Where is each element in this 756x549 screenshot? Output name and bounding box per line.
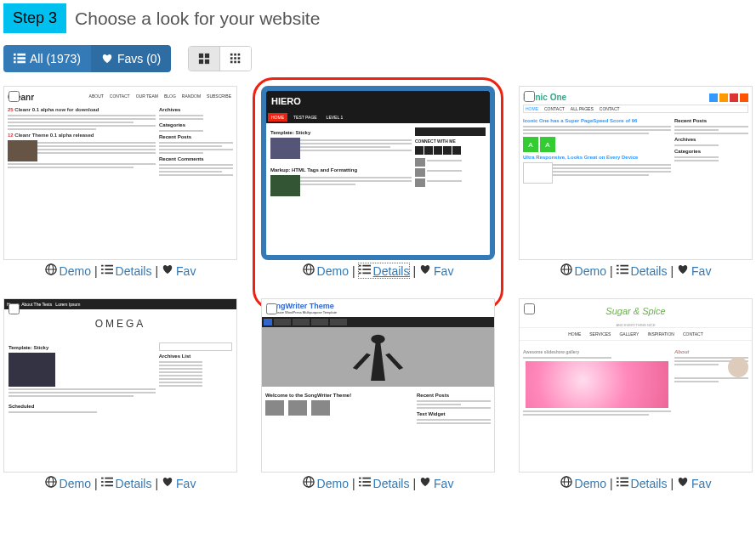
grid-small-icon bbox=[230, 53, 242, 65]
demo-link[interactable]: Demo bbox=[303, 263, 349, 278]
svg-rect-45 bbox=[620, 273, 628, 274]
filter-favs-label: Favs (0) bbox=[117, 52, 161, 65]
theme-thumbnail-hiero[interactable]: HIERO HOMETEST PAGELEVEL 1 Template: Sti… bbox=[261, 86, 495, 260]
demo-link[interactable]: Demo bbox=[45, 263, 91, 278]
theme-thumbnail-omega[interactable]: Home About The Tests Lorem Ipsum OMEGA T… bbox=[3, 298, 237, 473]
svg-rect-65 bbox=[362, 485, 371, 487]
svg-rect-11 bbox=[235, 54, 237, 56]
page-title: Choose a look for your website bbox=[75, 8, 320, 29]
svg-rect-18 bbox=[238, 61, 241, 64]
theme-thumbnail-iconic-one[interactable]: Iconic One HOMECONTACTALL PAGESCONTACT I… bbox=[519, 86, 753, 260]
svg-rect-74 bbox=[620, 485, 628, 487]
theme-thumbnail-songwriter[interactable]: SongWriter Theme Responsive WordPress Mu… bbox=[261, 298, 495, 473]
svg-rect-40 bbox=[617, 265, 619, 267]
demo-link[interactable]: Demo bbox=[45, 476, 91, 490]
svg-rect-24 bbox=[101, 269, 104, 270]
fav-link[interactable]: Fav bbox=[162, 263, 196, 278]
globe-icon bbox=[560, 476, 572, 490]
view-large-button[interactable] bbox=[189, 47, 220, 71]
svg-rect-72 bbox=[620, 481, 628, 483]
svg-rect-13 bbox=[230, 57, 233, 59]
filter-group: All (1973) Favs (0) bbox=[3, 45, 171, 72]
mock-theme-name: HIERO bbox=[266, 91, 490, 111]
svg-rect-44 bbox=[617, 273, 619, 274]
theme-card: Home About The Tests Lorem Ipsum OMEGA T… bbox=[3, 298, 237, 490]
svg-rect-70 bbox=[620, 478, 628, 479]
select-theme-checkbox[interactable] bbox=[9, 303, 20, 314]
svg-rect-36 bbox=[362, 273, 371, 274]
svg-rect-49 bbox=[101, 478, 104, 479]
theme-actions: Demo | Details | Fav bbox=[261, 263, 495, 278]
svg-rect-25 bbox=[105, 269, 113, 270]
svg-rect-4 bbox=[14, 61, 16, 64]
select-theme-checkbox[interactable] bbox=[9, 91, 20, 102]
svg-rect-61 bbox=[362, 478, 371, 479]
svg-rect-2 bbox=[14, 57, 16, 59]
fav-link[interactable]: Fav bbox=[419, 263, 453, 278]
details-link[interactable]: Details bbox=[101, 476, 152, 490]
svg-rect-51 bbox=[101, 481, 104, 483]
svg-rect-42 bbox=[617, 269, 619, 270]
filter-all-button[interactable]: All (1973) bbox=[3, 45, 91, 72]
fav-link[interactable]: Fav bbox=[162, 476, 196, 490]
filter-favs-button[interactable]: Favs (0) bbox=[91, 45, 171, 72]
details-link[interactable]: Details bbox=[101, 263, 152, 278]
theme-actions: Demo | Details | Fav bbox=[3, 476, 237, 490]
details-link[interactable]: Details bbox=[617, 476, 668, 490]
list-icon bbox=[359, 263, 371, 278]
svg-rect-34 bbox=[362, 269, 371, 270]
step-badge: Step 3 bbox=[3, 3, 66, 33]
heart-icon bbox=[101, 53, 113, 65]
demo-link[interactable]: Demo bbox=[303, 476, 349, 490]
svg-rect-23 bbox=[105, 265, 113, 267]
theme-actions: Demo | Details | Fav bbox=[261, 476, 495, 490]
svg-rect-14 bbox=[235, 57, 237, 59]
svg-rect-62 bbox=[359, 481, 361, 483]
demo-link[interactable]: Demo bbox=[560, 263, 606, 278]
svg-rect-1 bbox=[17, 54, 26, 56]
select-theme-checkbox[interactable] bbox=[266, 303, 277, 314]
globe-icon bbox=[560, 263, 572, 278]
svg-rect-8 bbox=[199, 59, 203, 64]
grid-large-icon bbox=[198, 53, 210, 65]
fav-link[interactable]: Fav bbox=[419, 476, 453, 490]
demo-link[interactable]: Demo bbox=[560, 476, 606, 490]
list-icon bbox=[101, 476, 113, 490]
heart-icon bbox=[677, 476, 689, 490]
svg-rect-50 bbox=[105, 478, 113, 479]
svg-rect-31 bbox=[359, 265, 361, 267]
view-small-button[interactable] bbox=[220, 47, 251, 71]
svg-rect-69 bbox=[617, 478, 619, 479]
fav-link[interactable]: Fav bbox=[677, 476, 711, 490]
theme-card: Cleanr ABOUTCONTACTOUR TEAMBLOGRANDOMSUB… bbox=[3, 86, 237, 278]
svg-rect-73 bbox=[617, 485, 619, 487]
list-icon bbox=[101, 263, 113, 278]
svg-rect-6 bbox=[199, 54, 203, 58]
svg-rect-35 bbox=[359, 273, 361, 274]
globe-icon bbox=[303, 476, 315, 490]
svg-rect-64 bbox=[359, 485, 361, 487]
svg-rect-32 bbox=[362, 265, 371, 267]
globe-icon bbox=[303, 263, 315, 278]
theme-card: Sugar & Spice AND EVERYTHING NICE HOMESE… bbox=[519, 298, 753, 490]
svg-rect-52 bbox=[105, 481, 113, 483]
details-link[interactable]: Details bbox=[617, 263, 668, 278]
svg-rect-17 bbox=[235, 61, 237, 64]
theme-card: SongWriter Theme Responsive WordPress Mu… bbox=[261, 298, 495, 490]
details-link[interactable]: Details bbox=[359, 263, 410, 278]
fav-link[interactable]: Fav bbox=[677, 263, 711, 278]
list-icon bbox=[14, 53, 26, 65]
theme-actions: Demo | Details | Fav bbox=[519, 476, 753, 490]
theme-thumbnail-cleanr[interactable]: Cleanr ABOUTCONTACTOUR TEAMBLOGRANDOMSUB… bbox=[3, 86, 237, 260]
details-link[interactable]: Details bbox=[359, 476, 410, 490]
svg-rect-43 bbox=[620, 269, 628, 270]
svg-rect-63 bbox=[362, 481, 371, 483]
theme-thumbnail-sugar-spice[interactable]: Sugar & Spice AND EVERYTHING NICE HOMESE… bbox=[519, 298, 753, 473]
view-group bbox=[188, 46, 252, 71]
heart-icon bbox=[677, 263, 689, 278]
select-theme-checkbox[interactable] bbox=[524, 303, 535, 314]
mock-theme-name: OMEGA bbox=[4, 309, 236, 338]
select-theme-checkbox[interactable] bbox=[524, 91, 535, 102]
svg-rect-60 bbox=[359, 478, 361, 479]
list-icon bbox=[617, 476, 628, 490]
